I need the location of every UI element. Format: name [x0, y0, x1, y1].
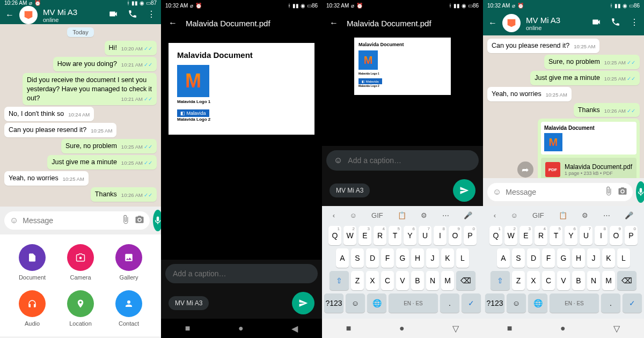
key-m[interactable]: M	[441, 271, 454, 290]
nav-recent-icon[interactable]: ■	[185, 324, 191, 333]
kb-mic-icon[interactable]: 🎤	[625, 211, 633, 219]
key-h[interactable]: H	[572, 248, 585, 268]
key-q[interactable]: Q1	[489, 226, 502, 245]
attach-document[interactable]: Document	[11, 244, 54, 281]
key-backspace[interactable]: ⌫	[617, 271, 636, 290]
key-u[interactable]: U7	[580, 226, 592, 245]
key-b[interactable]: B	[411, 271, 424, 290]
voice-call-icon[interactable]	[611, 17, 620, 29]
chat-area[interactable]: Can you please resend it?10:25 AM Sure, …	[483, 35, 644, 178]
key-emoji[interactable]: ☺	[507, 293, 526, 313]
emoji-icon[interactable]: ☺	[10, 216, 18, 225]
key-c[interactable]: C	[542, 271, 555, 290]
back-icon[interactable]: ←	[488, 18, 497, 28]
key-i[interactable]: I8	[434, 226, 447, 245]
key-enter[interactable]: ✓	[462, 293, 481, 313]
key-f[interactable]: F	[542, 248, 555, 268]
key-k[interactable]: K	[602, 248, 615, 268]
key-symbols[interactable]: ?123	[324, 293, 343, 313]
key-h[interactable]: H	[411, 248, 424, 268]
kb-gif-icon[interactable]: GIF	[532, 211, 544, 219]
caption-input[interactable]	[348, 156, 471, 165]
kb-more-icon[interactable]: ⋯	[603, 211, 610, 219]
key-j[interactable]: J	[587, 248, 600, 268]
key-shift[interactable]: ⇧	[491, 271, 510, 290]
key-i[interactable]: I8	[595, 226, 608, 245]
kb-settings-icon[interactable]: ⚙	[421, 211, 427, 219]
key-n[interactable]: N	[426, 271, 439, 290]
key-e[interactable]: E3	[358, 226, 371, 245]
key-l[interactable]: L	[456, 248, 469, 268]
message-received[interactable]: Can you please resend it?10:25 AM	[4, 123, 116, 137]
key-l[interactable]: L	[617, 248, 630, 268]
camera-icon[interactable]	[135, 215, 144, 226]
nav-back-icon[interactable]: ◀	[291, 324, 298, 334]
key-o[interactable]: O9	[610, 226, 623, 245]
back-icon[interactable]: ←	[330, 18, 338, 28]
attach-icon[interactable]	[121, 215, 130, 226]
message-sent[interactable]: How are you doing?10:21 AM✓✓	[53, 57, 157, 71]
key-p[interactable]: P0	[625, 226, 638, 245]
recipient-chip[interactable]: MV Mi A3	[169, 296, 209, 310]
message-received[interactable]: Can you please resend it?10:25 AM	[487, 39, 599, 53]
video-call-icon[interactable]	[591, 17, 601, 29]
contact-avatar[interactable]	[19, 6, 38, 24]
key-t[interactable]: T5	[550, 226, 562, 245]
key-v[interactable]: V	[396, 271, 409, 290]
forward-icon[interactable]: ➦	[517, 161, 533, 178]
key-space[interactable]: EN · ES	[550, 293, 599, 313]
attach-gallery[interactable]: Gallery	[107, 244, 150, 281]
message-received[interactable]: Yeah, no worries10:25 AM	[4, 171, 89, 186]
message-sent[interactable]: Thanks10:26 AM✓✓	[91, 187, 157, 202]
emoji-icon[interactable]: ☺	[334, 156, 342, 165]
key-j[interactable]: J	[426, 248, 439, 268]
kb-collapse-icon[interactable]: ‹	[494, 211, 496, 219]
nav-keyboard-hide-icon[interactable]: ▽	[452, 324, 459, 334]
key-language[interactable]: 🌐	[528, 293, 547, 313]
key-period[interactable]: .	[601, 293, 620, 313]
key-t[interactable]: T5	[389, 226, 401, 245]
key-period[interactable]: .	[440, 293, 459, 313]
document-message[interactable]: ➦ Malavida Document M PDF Malavida Docum…	[538, 119, 640, 178]
key-z[interactable]: Z	[351, 271, 364, 290]
more-icon[interactable]: ⋮	[630, 17, 639, 29]
key-emoji[interactable]: ☺	[346, 293, 365, 313]
key-space[interactable]: EN · ES	[389, 293, 438, 313]
contact-info[interactable]: MV Mi A3 online	[43, 8, 103, 23]
key-k[interactable]: K	[441, 248, 454, 268]
key-a[interactable]: A	[497, 248, 510, 268]
pdf-viewer[interactable]: Malavida Document M Malavida Logo 1 ◧ Ma…	[161, 35, 322, 260]
key-g[interactable]: G	[557, 248, 570, 268]
key-u[interactable]: U7	[419, 226, 431, 245]
emoji-icon[interactable]: ☺	[493, 187, 501, 197]
message-sent[interactable]: Hi!10:20 AM✓✓	[105, 41, 157, 55]
camera-icon[interactable]	[618, 186, 627, 198]
message-input[interactable]	[506, 188, 599, 196]
key-symbols[interactable]: ?123	[485, 293, 504, 313]
key-y[interactable]: Y6	[404, 226, 416, 245]
key-shift[interactable]: ⇧	[330, 271, 349, 290]
message-sent[interactable]: Just give me a minute10:25 AM✓✓	[530, 71, 640, 85]
key-o[interactable]: O9	[449, 226, 462, 245]
key-c[interactable]: C	[381, 271, 394, 290]
kb-sticker-icon[interactable]: ☺	[349, 211, 356, 219]
back-icon[interactable]: ←	[169, 18, 177, 28]
key-e[interactable]: E3	[519, 226, 532, 245]
contact-avatar[interactable]	[502, 14, 521, 32]
message-input[interactable]	[23, 216, 116, 225]
message-sent[interactable]: Did you receive the document I sent you …	[23, 73, 157, 106]
more-icon[interactable]: ⋮	[147, 9, 156, 21]
key-z[interactable]: Z	[512, 271, 525, 290]
kb-sticker-icon[interactable]: ☺	[510, 211, 517, 219]
kb-mic-icon[interactable]: 🎤	[464, 211, 472, 219]
send-button[interactable]	[292, 292, 314, 314]
attach-audio[interactable]: Audio	[11, 290, 54, 327]
doc-file-row[interactable]: PDF Malavida Document.pdf 1 page • 233 k…	[541, 158, 636, 178]
video-call-icon[interactable]	[108, 9, 118, 21]
key-enter[interactable]: ✓	[623, 293, 642, 313]
key-x[interactable]: X	[527, 271, 540, 290]
chat-area[interactable]: Today Hi!10:20 AM✓✓ How are you doing?10…	[0, 24, 161, 207]
nav-home-icon[interactable]: ●	[238, 324, 244, 333]
message-sent[interactable]: Sure, no problem10:25 AM✓✓	[544, 55, 640, 69]
kb-more-icon[interactable]: ⋯	[442, 211, 449, 219]
